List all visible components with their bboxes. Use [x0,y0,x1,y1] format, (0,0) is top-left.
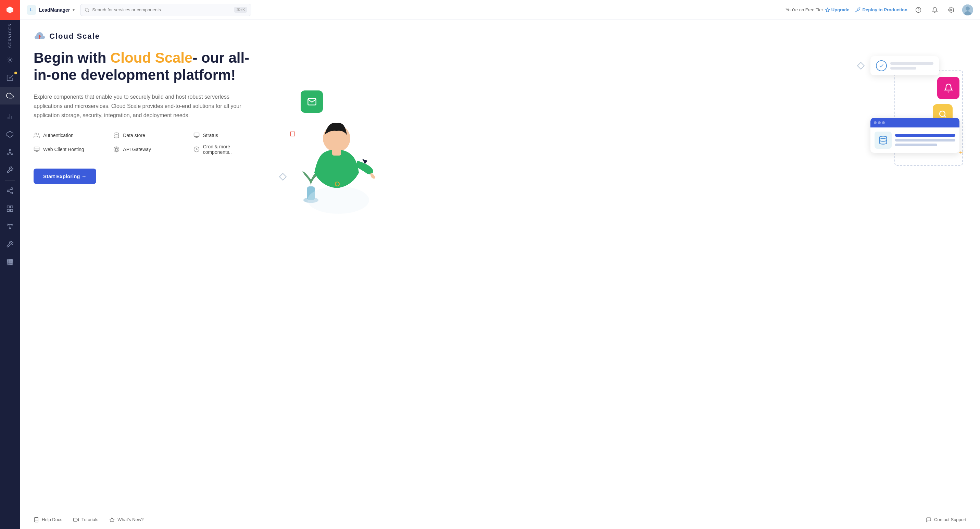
feature-stratus-label: Stratus [203,132,218,138]
deploy-button[interactable]: Deploy to Production [855,7,907,13]
bell-notification-icon [944,83,953,93]
browser-line-3 [895,143,937,146]
sidebar: Services [0,0,20,529]
sidebar-item-network[interactable] [0,143,20,161]
rocket-icon [855,7,861,13]
sidebar-nav [0,51,20,529]
diamond-decoration-1 [857,62,865,70]
check-circle-icon [876,60,887,71]
cron-icon [194,146,200,153]
message-icon [926,517,931,523]
svg-point-6 [7,154,9,155]
apps-icon [6,258,14,266]
hero-left: Begin with Cloud Scale- our all-in-one d… [33,49,259,184]
svg-rect-18 [7,259,9,261]
browser-db-icon [875,132,892,149]
svg-rect-49 [74,518,77,521]
svg-point-8 [11,188,13,190]
card-line-1 [890,62,934,65]
search-kbd: ⌘+K [234,7,247,13]
svg-rect-46 [332,149,341,156]
hub-icon [6,56,14,64]
sidebar-item-tasks[interactable] [0,69,20,87]
feature-stratus: Stratus [194,132,259,139]
tools-icon [6,166,14,174]
search-input[interactable] [92,7,231,12]
brand-title: Cloud Scale [49,32,100,41]
wrench-icon [6,241,14,248]
page-content: Cloud Scale Begin with Cloud Scale- our … [20,20,980,510]
hero-illustration: + [273,49,966,221]
svg-point-5 [9,150,11,151]
illustration-container: + [273,49,966,221]
svg-rect-11 [7,206,9,208]
sidebar-item-tools[interactable] [0,161,20,179]
svg-point-41 [940,111,945,116]
upgrade-button[interactable]: Upgrade [825,7,850,12]
sidebar-item-workflow[interactable] [0,218,20,235]
auth-icon [33,132,40,139]
feature-auth: Authentication [33,132,100,139]
card-lines [890,62,934,70]
svg-rect-36 [194,133,199,137]
header-right: You're on Free Tier Upgrade Deploy to Pr… [786,5,973,16]
chevron-down-icon: ▾ [73,8,75,12]
footer-help-docs[interactable]: Help Docs [33,517,62,523]
footer-tutorials[interactable]: Tutorials [73,517,98,523]
browser-line-2 [895,139,955,142]
bell-icon [932,7,938,13]
sidebar-logo [0,0,20,20]
help-button[interactable] [913,5,924,16]
start-exploring-button[interactable]: Start Exploring → [33,169,96,184]
footer-whats-new[interactable]: What's New? [109,517,143,523]
svg-point-44 [307,186,369,214]
svg-point-9 [7,190,9,192]
svg-point-30 [951,9,952,11]
sidebar-item-integrations[interactable] [0,182,20,200]
svg-rect-14 [11,209,13,211]
feature-cron-label: Cron & more components.. [203,144,259,155]
hero-description: Explore components that enable you to se… [33,92,259,120]
settings-button[interactable] [946,5,957,16]
sidebar-item-analytics[interactable] [0,108,20,125]
notifications-button[interactable] [929,5,940,16]
person-illustration [283,104,379,214]
sidebar-item-design[interactable] [0,125,20,143]
check-card [870,56,939,75]
sidebar-item-apps[interactable] [0,253,20,271]
upgrade-icon [825,8,830,12]
svg-point-35 [115,133,119,135]
video-icon [73,517,79,523]
user-avatar[interactable] [962,5,973,16]
check-star-icon [6,74,14,81]
sidebar-item-cloud[interactable] [0,87,20,105]
book-icon [33,517,39,523]
footer: Help Docs Tutorials What's New? Contact … [20,510,980,529]
footer-contact-support[interactable]: Contact Support [926,517,966,523]
tasks-badge [14,72,17,74]
search-bar[interactable]: ⌘+K [80,4,251,16]
svg-rect-23 [12,262,13,263]
features-grid: Authentication Data store Stratus [33,132,259,155]
svg-rect-20 [12,259,13,261]
project-selector[interactable]: L LeadManager ▾ [27,5,75,15]
svg-point-15 [7,224,9,225]
browser-dot-2 [878,121,881,124]
svg-point-32 [966,6,970,11]
notification-icon-box [937,77,959,99]
free-tier-badge: You're on Free Tier Upgrade [786,7,849,12]
main-area: L LeadManager ▾ ⌘+K You're on Free Tier … [20,0,980,529]
cloud-icon [6,92,14,99]
help-circle-icon [915,7,921,13]
hero-highlight: Cloud Scale [110,50,192,66]
feature-auth-label: Authentication [43,132,74,138]
search-yellow-icon [939,110,947,118]
sidebar-item-settings-nav[interactable] [0,235,20,253]
project-icon: L [27,5,36,15]
svg-marker-50 [110,517,115,522]
feature-hosting: Web Client Hosting [33,144,100,155]
gateway-icon [113,146,119,153]
sidebar-item-hub[interactable] [0,51,20,69]
browser-content [870,127,959,153]
sidebar-item-grid[interactable] [0,200,20,218]
